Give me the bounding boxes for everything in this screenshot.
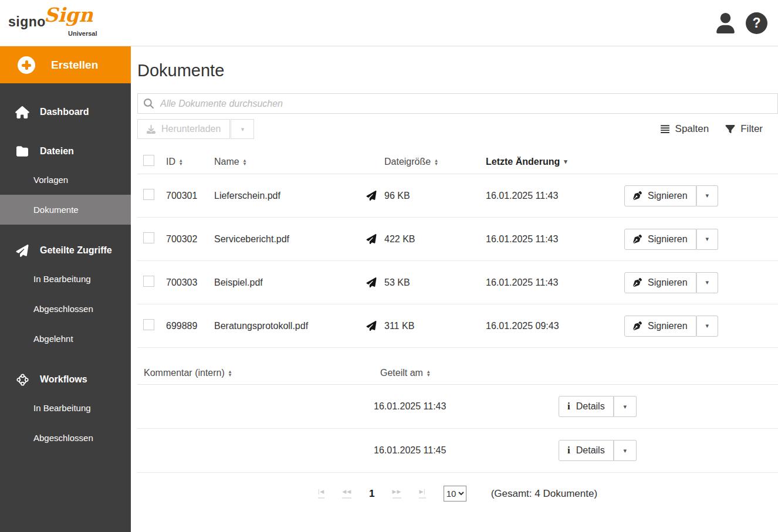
doc-modified: 16.01.2025 11:43 <box>486 191 624 201</box>
sign-button[interactable]: Signieren <box>624 229 696 250</box>
sidebar-item-label: In Bearbeitung <box>33 403 91 413</box>
first-page-icon[interactable]: |◀ <box>318 489 324 499</box>
row-checkbox[interactable] <box>143 232 154 243</box>
sidebar-item-dateien[interactable]: Dateien <box>0 138 131 165</box>
page-title: Dokumente <box>137 61 778 80</box>
sidebar-item-vorlagen[interactable]: Vorlagen <box>0 165 131 195</box>
doc-id: 700301 <box>166 191 214 201</box>
sidebar-item-label: Geteilte Zugriffe <box>40 245 112 256</box>
doc-modified: 16.01.2025 11:43 <box>486 277 624 288</box>
shared-paper-plane-icon <box>366 191 377 201</box>
shared-table-header: Kommentar (intern) ▴▾ Geteilt am ▴▾ <box>137 361 778 385</box>
help-icon[interactable]: ? <box>746 12 767 34</box>
main-content: Dokumente Herunterladen ▾ Spalten <box>131 46 778 532</box>
sidebar-item-label: Vorlagen <box>33 175 68 185</box>
row-checkbox[interactable] <box>143 276 154 287</box>
doc-name[interactable]: Beratungsprotokoll.pdf <box>214 321 366 331</box>
column-header-id[interactable]: ID ▴▾ <box>166 157 214 167</box>
doc-size: 311 KB <box>384 321 414 331</box>
sidebar-item-ga-abgeschlossen[interactable]: Abgeschlossen <box>0 294 131 324</box>
doc-name[interactable]: Beispiel.pdf <box>214 277 366 288</box>
caret-down-icon: ▾ <box>623 447 627 455</box>
sidebar-item-wf-abgeschlossen[interactable]: Abgeschlossen <box>0 423 131 453</box>
sort-icon[interactable]: ▴▾ <box>180 158 182 165</box>
caret-down-icon: ▾ <box>706 192 709 199</box>
sidebar-item-label: In Bearbeitung <box>33 274 91 284</box>
create-button[interactable]: Erstellen <box>0 46 131 83</box>
folder-icon <box>15 145 30 157</box>
sidebar-item-dashboard[interactable]: Dashboard <box>0 99 131 126</box>
sign-button[interactable]: Signieren <box>624 316 696 337</box>
sign-button[interactable]: Signieren <box>624 272 696 293</box>
column-header-comment[interactable]: Kommentar (intern) ▴▾ <box>137 368 374 378</box>
page-size-select[interactable]: 10 <box>444 486 466 501</box>
shared-row: 16.01.2025 11:43 i Details ▾ <box>137 385 778 429</box>
filter-icon <box>725 124 735 134</box>
column-header-size[interactable]: Dateigröße ▴▾ <box>366 157 486 167</box>
previous-page-icon[interactable]: ◀◀ <box>342 489 351 499</box>
shared-at: 16.01.2025 11:43 <box>374 401 559 412</box>
table-row: 700302 Servicebericht.pdf 422 KB 16.01.2… <box>137 218 778 261</box>
caret-down-icon: ▾ <box>241 126 245 133</box>
sign-button-label: Signieren <box>648 191 688 201</box>
caret-down-icon: ▾ <box>706 322 709 330</box>
sign-dropdown-button[interactable]: ▾ <box>696 316 718 337</box>
shared-row: 16.01.2025 11:45 i Details ▾ <box>137 429 778 473</box>
column-header-modified[interactable]: Letzte Änderung ▾ <box>486 157 624 167</box>
row-checkbox[interactable] <box>143 319 154 330</box>
app-logo[interactable]: signo Sign Universal <box>8 5 108 41</box>
columns-icon <box>660 124 670 134</box>
pen-icon <box>633 321 642 330</box>
sort-icon[interactable]: ▴▾ <box>427 370 430 377</box>
select-all-checkbox[interactable] <box>143 155 154 166</box>
pen-icon <box>633 278 642 287</box>
doc-size: 422 KB <box>384 234 415 245</box>
doc-modified: 16.01.2025 11:43 <box>486 234 624 245</box>
logo-subtitle: Universal <box>68 30 97 37</box>
sign-dropdown-button[interactable]: ▾ <box>696 185 718 206</box>
top-bar: signo Sign Universal ? <box>0 0 778 46</box>
doc-name[interactable]: Lieferschein.pdf <box>214 191 366 201</box>
search-input[interactable] <box>159 98 772 110</box>
table-row: 699889 Beratungsprotokoll.pdf 311 KB 16.… <box>137 304 778 348</box>
next-page-icon[interactable]: ▶▶ <box>393 489 402 499</box>
filter-button[interactable]: Filter <box>725 123 763 135</box>
sidebar: Erstellen Dashboard Dateien Vorlagen Dok… <box>0 46 131 532</box>
download-button[interactable]: Herunterladen <box>137 119 230 139</box>
sidebar-item-dokumente[interactable]: Dokumente <box>0 195 131 225</box>
table-row: 700301 Lieferschein.pdf 96 KB 16.01.2025… <box>137 174 778 218</box>
column-header-name[interactable]: Name ▴▾ <box>214 157 366 167</box>
details-dropdown-button[interactable]: ▾ <box>614 440 637 461</box>
sign-dropdown-button[interactable]: ▾ <box>696 229 718 250</box>
sidebar-item-label: Abgeschlossen <box>33 304 93 314</box>
columns-button[interactable]: Spalten <box>660 123 709 135</box>
download-dropdown-button[interactable]: ▾ <box>231 119 254 139</box>
doc-name[interactable]: Servicebericht.pdf <box>214 234 366 245</box>
last-page-icon[interactable]: ▶| <box>419 489 425 499</box>
columns-button-label: Spalten <box>675 123 709 135</box>
column-header-shared-at[interactable]: Geteilt am ▴▾ <box>374 368 559 378</box>
details-button[interactable]: i Details <box>559 440 614 461</box>
sort-icon[interactable]: ▴▾ <box>243 158 246 165</box>
download-icon <box>147 125 155 134</box>
details-dropdown-button[interactable]: ▾ <box>614 396 637 417</box>
current-page[interactable]: 1 <box>369 488 374 500</box>
sidebar-item-wf-in-bearbeitung[interactable]: In Bearbeitung <box>0 393 131 423</box>
row-checkbox[interactable] <box>143 189 154 200</box>
sign-button[interactable]: Signieren <box>624 185 696 206</box>
sidebar-item-ga-abgelehnt[interactable]: Abgelehnt <box>0 324 131 354</box>
details-button-label: Details <box>576 401 605 412</box>
sidebar-item-workflows[interactable]: Workflows <box>0 366 131 393</box>
caret-down-icon: ▾ <box>623 403 627 411</box>
doc-id: 700303 <box>166 277 214 288</box>
toolbar-right: Spalten Filter <box>660 123 778 135</box>
user-icon[interactable] <box>715 13 736 33</box>
sign-dropdown-button[interactable]: ▾ <box>696 272 718 293</box>
sidebar-item-ga-in-bearbeitung[interactable]: In Bearbeitung <box>0 264 131 294</box>
sort-desc-icon[interactable]: ▾ <box>564 158 567 165</box>
sort-icon[interactable]: ▴▾ <box>435 158 438 165</box>
details-button[interactable]: i Details <box>559 396 614 417</box>
details-button-label: Details <box>576 445 605 456</box>
sidebar-item-geteilte-zugriffe[interactable]: Geteilte Zugriffe <box>0 237 131 264</box>
sort-icon[interactable]: ▴▾ <box>229 370 232 377</box>
